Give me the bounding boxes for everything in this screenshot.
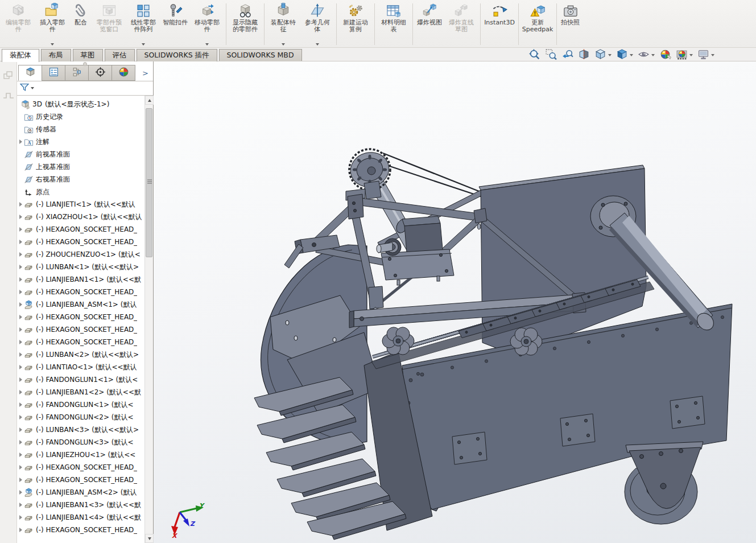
expand-arrow-icon[interactable]: [17, 402, 24, 407]
expand-arrow-icon[interactable]: [17, 327, 24, 332]
panel-splitter-handle[interactable]: [83, 62, 87, 66]
toolbar-button-show-hidden-components[interactable]: 显示隐藏的零部件: [228, 1, 262, 47]
tree-item[interactable]: (-) LIANJIEBAN1<1> (默认<<默: [17, 273, 144, 286]
tree-scrollbar[interactable]: [144, 96, 153, 543]
dropdown-caret-icon[interactable]: [282, 43, 285, 46]
expand-arrow-icon[interactable]: [17, 528, 24, 532]
expand-arrow-icon[interactable]: [17, 215, 24, 219]
tree-item[interactable]: 传感器: [17, 123, 144, 135]
panel-tab-featuremanager[interactable]: [18, 65, 42, 81]
tree-item[interactable]: 上视基准面: [17, 161, 144, 173]
expand-arrow-icon[interactable]: [17, 252, 24, 257]
edit-appearance-button[interactable]: [657, 48, 674, 63]
dropdown-caret-icon[interactable]: [689, 54, 693, 56]
scroll-thumb[interactable]: [146, 108, 152, 257]
expand-arrow-icon[interactable]: [17, 515, 24, 520]
tree-item[interactable]: (-) HEXAGON_SOCKET_HEAD_: [17, 336, 144, 348]
toolbar-button-linear-pattern[interactable]: 线性零部件阵列: [126, 1, 160, 47]
hide-show-items-button[interactable]: [635, 48, 657, 63]
tree-item[interactable]: (-) HEXAGON_SOCKET_HEAD_: [17, 223, 144, 236]
tree-item[interactable]: (-) LUNBAN<2> (默认<<默认>: [17, 348, 144, 361]
expand-arrow-icon[interactable]: [17, 240, 24, 244]
toolbar-button-smart-fasteners[interactable]: 智能扣件: [160, 1, 190, 47]
tree-root-item[interactable]: 3D(默认<显示状态-1>): [17, 98, 144, 110]
expand-arrow-icon[interactable]: [17, 302, 24, 307]
tree-item[interactable]: (-) LIANJIEZHOU<1> (默认<<: [17, 449, 144, 461]
view-settings-button[interactable]: [695, 48, 717, 63]
tree-item[interactable]: (-) LIANJIETI<1> (默认<<默认: [17, 198, 144, 211]
section-view-button[interactable]: [576, 48, 592, 63]
ribbon-tab-3[interactable]: 草图: [73, 49, 103, 62]
panel-tab-dimxpertmanager[interactable]: [88, 65, 112, 81]
expand-arrow-icon[interactable]: [17, 440, 24, 445]
tree-item[interactable]: (-) LIANJIEBAN1<2> (默认<<默: [17, 386, 144, 398]
expand-arrow-icon[interactable]: [17, 503, 24, 507]
toolbar-button-assembly-features[interactable]: 装配体特征: [266, 1, 300, 47]
toolbar-button-component-preview[interactable]: 零部件预览窗口: [92, 1, 126, 47]
expand-arrow-icon[interactable]: [17, 202, 24, 207]
toolbar-button-explode-line-sketch[interactable]: 爆炸直线草图: [444, 1, 478, 47]
expand-arrow-icon[interactable]: [17, 377, 24, 382]
tree-item[interactable]: 前视基准面: [17, 148, 144, 161]
dropdown-caret-icon[interactable]: [608, 54, 612, 56]
expand-arrow-icon[interactable]: [17, 139, 24, 144]
ribbon-tab-6[interactable]: SOLIDWORKS MBD: [219, 49, 302, 61]
tree-item[interactable]: (-) HEXAGON_SOCKET_HEAD_: [17, 323, 144, 336]
dropdown-caret-icon[interactable]: [711, 54, 714, 56]
toolbar-button-reference-geometry[interactable]: 参考几何体: [300, 1, 334, 47]
dropdown-caret-icon[interactable]: [142, 43, 145, 46]
tree-item[interactable]: (-) HEXAGON_SOCKET_HEAD_: [17, 524, 144, 536]
expand-arrow-icon[interactable]: [17, 478, 24, 482]
expand-arrow-icon[interactable]: [17, 452, 24, 457]
panel-tab-propertymanager[interactable]: [42, 65, 65, 81]
expand-arrow-icon[interactable]: [17, 227, 24, 232]
display-style-button[interactable]: [614, 48, 635, 63]
panel-tabs-expand-arrow[interactable]: >: [135, 65, 152, 81]
tree-item[interactable]: (-) LUNBAN<1> (默认<<默认>: [17, 261, 144, 273]
dropdown-caret-icon[interactable]: [205, 43, 209, 46]
filter-dropdown-caret[interactable]: [31, 87, 34, 89]
toolbar-button-insert-components[interactable]: 插入零部件: [35, 1, 69, 47]
toolbar-button-edit-component[interactable]: 编辑零部件: [1, 1, 35, 47]
tree-item[interactable]: 原点: [17, 186, 144, 198]
ribbon-tab-5[interactable]: SOLIDWORKS 插件: [137, 49, 217, 62]
tree-item[interactable]: (-) FANDONGLUN1<1> (默认<: [17, 373, 144, 386]
filter-funnel-icon[interactable]: [19, 82, 30, 94]
tree-item[interactable]: (-) XIAOZHOU<1> (默认<<默认: [17, 211, 144, 223]
ribbon-tab-4[interactable]: 评估: [105, 49, 135, 62]
tree-item[interactable]: (-) LUNBAN<3> (默认<<默认>: [17, 423, 144, 436]
expand-arrow-icon[interactable]: [17, 315, 24, 319]
expand-arrow-icon[interactable]: [17, 415, 24, 419]
expand-arrow-icon[interactable]: [17, 365, 24, 369]
tree-item[interactable]: (-) HEXAGON_SOCKET_HEAD_: [17, 311, 144, 323]
toolbar-button-motion-study[interactable]: 新建运动算例: [338, 1, 373, 47]
expand-arrow-icon[interactable]: [17, 352, 24, 357]
tree-item[interactable]: 历史记录: [17, 110, 144, 123]
expand-arrow-icon[interactable]: [17, 340, 24, 344]
toolbar-button-snapshot[interactable]: 拍快照: [559, 1, 582, 47]
tree-item[interactable]: (-) ZHOUCHENZUO<1> (默认<: [17, 248, 144, 261]
tree-item[interactable]: (-) LIANJIEBAN_ASM<1> (默认: [17, 298, 144, 311]
expand-arrow-icon[interactable]: [17, 427, 24, 432]
tree-item[interactable]: (-) LIANTIAO<1> (默认<<默认: [17, 361, 144, 373]
previous-view-button[interactable]: [559, 48, 576, 63]
tree-item[interactable]: 右视基准面: [17, 173, 144, 186]
graphics-viewport[interactable]: Y X Z: [154, 61, 756, 543]
toolbar-button-exploded-view[interactable]: 爆炸视图: [415, 1, 444, 47]
tree-item[interactable]: (-) LIANJIEBAN1<4> (默认<<默: [17, 511, 144, 524]
tree-item[interactable]: (-) HEXAGON_SOCKET_HEAD_: [17, 286, 144, 298]
toolbar-button-bom[interactable]: 材料明细表: [377, 1, 411, 47]
tree-item[interactable]: (-) HEXAGON_SOCKET_HEAD_: [17, 474, 144, 486]
dropdown-caret-icon[interactable]: [316, 43, 319, 46]
tree-item[interactable]: (-) FANDONGLUN<2> (默认<: [17, 411, 144, 423]
expand-arrow-icon[interactable]: [17, 277, 24, 282]
view-orientation-button[interactable]: [592, 48, 614, 63]
expand-arrow-icon[interactable]: [17, 490, 24, 495]
expand-arrow-icon[interactable]: [17, 265, 24, 269]
tree-item[interactable]: A注解: [17, 135, 144, 148]
apply-scene-button[interactable]: [674, 48, 695, 63]
toolbar-button-move-component[interactable]: 移动零部件: [190, 1, 224, 47]
scroll-down-button[interactable]: [145, 534, 154, 543]
tree-item[interactable]: (-) HEXAGON_SOCKET_HEAD_: [17, 236, 144, 248]
toolbar-button-update-speedpak[interactable]: 更新 Speedpak: [520, 1, 555, 47]
